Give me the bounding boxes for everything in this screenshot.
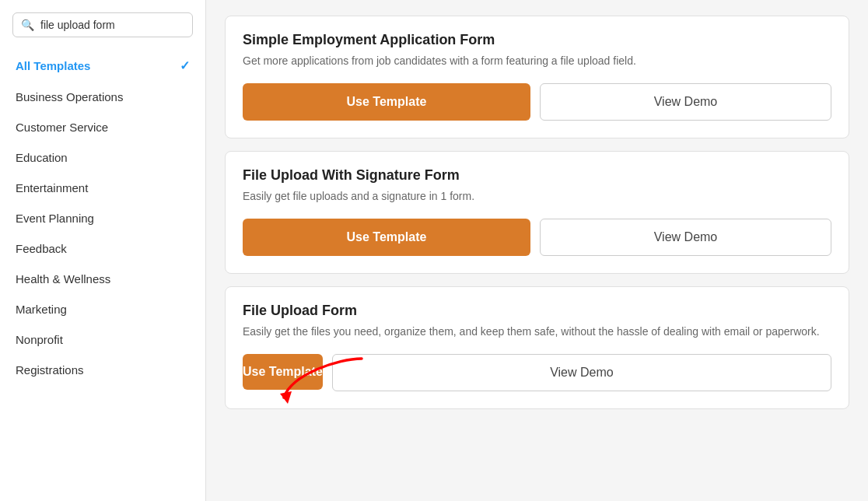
view-demo-button[interactable]: View Demo bbox=[540, 219, 831, 256]
nav-item-label: Marketing bbox=[16, 303, 67, 316]
template-card-file-upload-form: File Upload Form Easily get the files yo… bbox=[225, 286, 849, 409]
template-description: Get more applications from job candidate… bbox=[243, 53, 831, 69]
search-input[interactable] bbox=[40, 19, 184, 31]
main-content: Simple Employment Application Form Get m… bbox=[206, 0, 868, 501]
sidebar-item-marketing[interactable]: Marketing bbox=[0, 294, 205, 324]
use-template-button[interactable]: Use Template bbox=[243, 354, 323, 390]
nav-item-label: Health & Wellness bbox=[16, 272, 110, 286]
sidebar-item-customer-service[interactable]: Customer Service bbox=[0, 112, 205, 142]
template-title: File Upload Form bbox=[243, 303, 831, 319]
nav-item-label: Education bbox=[16, 151, 68, 164]
view-demo-button[interactable]: View Demo bbox=[332, 354, 831, 391]
template-description: Easily get file uploads and a signature … bbox=[243, 188, 831, 205]
nav-item-label: Entertainment bbox=[16, 181, 88, 194]
nav-item-label: All Templates bbox=[16, 59, 90, 72]
search-box: 🔍 bbox=[12, 12, 193, 37]
use-template-button[interactable]: Use Template bbox=[243, 83, 530, 121]
template-title: Simple Employment Application Form bbox=[243, 32, 831, 48]
template-title: File Upload With Signature Form bbox=[243, 167, 831, 184]
sidebar-item-feedback[interactable]: Feedback bbox=[0, 233, 205, 264]
sidebar-item-business-operations[interactable]: Business Operations bbox=[0, 82, 205, 112]
use-template-button[interactable]: Use Template bbox=[243, 219, 530, 256]
view-demo-button[interactable]: View Demo bbox=[540, 83, 831, 121]
sidebar-item-health-wellness[interactable]: Health & Wellness bbox=[0, 264, 205, 294]
template-actions: Use Template View Demo bbox=[243, 219, 831, 256]
sidebar: 🔍 All Templates ✓ Business Operations Cu… bbox=[0, 0, 206, 501]
nav-item-label: Feedback bbox=[16, 242, 67, 255]
template-actions: Use Template View Demo bbox=[243, 83, 831, 121]
arrow-container: Use Template bbox=[243, 354, 323, 391]
sidebar-item-registrations[interactable]: Registrations bbox=[0, 355, 205, 385]
checkmark-icon: ✓ bbox=[180, 58, 190, 73]
sidebar-item-all-templates[interactable]: All Templates ✓ bbox=[0, 50, 205, 82]
sidebar-item-event-planning[interactable]: Event Planning bbox=[0, 203, 205, 233]
nav-item-label: Event Planning bbox=[16, 212, 94, 225]
nav-item-label: Registrations bbox=[16, 363, 84, 377]
sidebar-item-entertainment[interactable]: Entertainment bbox=[0, 173, 205, 203]
nav-item-label: Customer Service bbox=[16, 121, 108, 134]
search-icon: 🔍 bbox=[21, 19, 34, 31]
template-card-file-upload-signature: File Upload With Signature Form Easily g… bbox=[225, 151, 849, 274]
nav-list: All Templates ✓ Business Operations Cust… bbox=[0, 50, 205, 385]
nav-item-label: Nonprofit bbox=[16, 333, 63, 346]
sidebar-item-education[interactable]: Education bbox=[0, 142, 205, 173]
sidebar-item-nonprofit[interactable]: Nonprofit bbox=[0, 324, 205, 355]
template-card-simple-employment: Simple Employment Application Form Get m… bbox=[225, 16, 849, 138]
search-container: 🔍 bbox=[0, 12, 205, 50]
template-description: Easily get the files you need, organize … bbox=[243, 324, 831, 340]
svg-marker-0 bbox=[280, 391, 292, 404]
nav-item-label: Business Operations bbox=[16, 90, 123, 103]
template-actions: Use Template View Demo bbox=[243, 354, 831, 391]
